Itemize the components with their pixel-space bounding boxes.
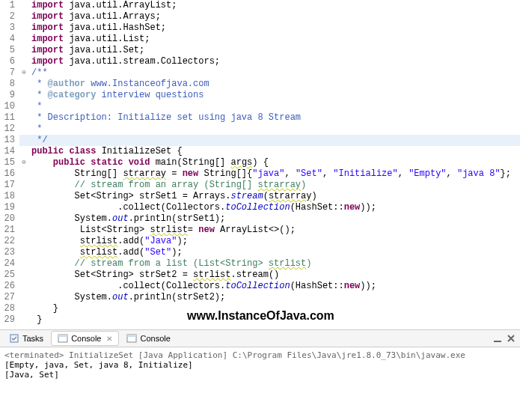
- code-content[interactable]: * Description: Initialize set using java…: [28, 112, 520, 124]
- code-content[interactable]: public class InitializeSet {: [28, 146, 520, 157]
- code-line[interactable]: 18 Set<String> strSet1 = Arrays.stream(s…: [0, 191, 520, 202]
- minimize-icon[interactable]: [492, 332, 504, 344]
- fold-icon: [19, 213, 28, 225]
- fold-icon: [19, 168, 28, 180]
- line-number: 5: [0, 45, 19, 56]
- fold-icon: [19, 11, 28, 22]
- code-line[interactable]: 25 Set<String> strSet2 = strlist.stream(…: [0, 270, 520, 281]
- code-line[interactable]: 14public class InitializeSet {: [0, 146, 520, 157]
- code-content[interactable]: Set<String> strSet2 = strlist.stream(): [28, 270, 520, 281]
- code-content[interactable]: import java.util.HashSet;: [28, 22, 520, 34]
- tab-tasks[interactable]: Tasks: [3, 332, 49, 345]
- console-line: [Java, Set]: [4, 370, 516, 380]
- line-number: 7: [0, 67, 19, 79]
- line-number: 20: [0, 213, 19, 225]
- code-content[interactable]: // stream from an array (String[] strarr…: [28, 180, 520, 191]
- line-number: 11: [0, 112, 19, 124]
- code-line[interactable]: 8 * @author www.Instanceofjava.com: [0, 79, 520, 90]
- fold-icon[interactable]: ⊖: [19, 157, 28, 168]
- fold-icon: [19, 135, 28, 146]
- code-line[interactable]: 1import java.util.ArrayList;: [0, 0, 520, 11]
- line-number: 22: [0, 236, 19, 247]
- fold-icon: [19, 292, 28, 303]
- line-number: 28: [0, 303, 19, 314]
- line-number: 27: [0, 292, 19, 303]
- close-icon[interactable]: ✕: [106, 335, 112, 343]
- line-number: 16: [0, 168, 19, 180]
- line-number: 14: [0, 146, 19, 157]
- code-content[interactable]: *: [28, 101, 520, 112]
- console-icon: [126, 333, 137, 344]
- code-line[interactable]: 27 System.out.println(strSet2);: [0, 292, 520, 303]
- line-number: 24: [0, 258, 19, 270]
- fold-icon: [19, 191, 28, 202]
- code-content[interactable]: import java.util.ArrayList;: [28, 0, 520, 11]
- fold-icon: [19, 281, 28, 292]
- tab-console-label: Console: [71, 334, 101, 343]
- code-line[interactable]: 9 * @category interview questions: [0, 90, 520, 101]
- code-content[interactable]: /**: [28, 67, 520, 79]
- code-line[interactable]: 20 System.out.println(strSet1);: [0, 213, 520, 225]
- code-content[interactable]: import java.util.Set;: [28, 45, 520, 56]
- code-editor[interactable]: 1import java.util.ArrayList;2import java…: [0, 0, 520, 329]
- line-number: 3: [0, 22, 19, 34]
- code-content[interactable]: Set<String> strSet1 = Arrays.stream(stra…: [28, 191, 520, 202]
- code-line[interactable]: 4import java.util.List;: [0, 34, 520, 45]
- code-content[interactable]: List<String> strlist= new ArrayList<>();: [28, 225, 520, 236]
- code-content[interactable]: *: [28, 124, 520, 135]
- code-content[interactable]: import java.util.Arrays;: [28, 11, 520, 22]
- code-content[interactable]: * @category interview questions: [28, 90, 520, 101]
- tab-console-2[interactable]: Console: [120, 332, 176, 345]
- code-line[interactable]: 19 .collect(Collectors.toCollection(Hash…: [0, 202, 520, 213]
- fold-icon: [19, 112, 28, 124]
- code-content[interactable]: // stream from a list (List<String> strl…: [28, 258, 520, 270]
- svg-rect-2: [58, 335, 67, 337]
- fold-icon: [19, 180, 28, 191]
- code-line[interactable]: 5import java.util.Set;: [0, 45, 520, 56]
- code-line[interactable]: 12 *: [0, 124, 520, 135]
- fold-icon: [19, 146, 28, 157]
- code-line[interactable]: 16 String[] strarray = new String[]{"jav…: [0, 168, 520, 180]
- fold-icon[interactable]: ⊖: [19, 67, 28, 79]
- fold-icon: [19, 22, 28, 34]
- code-line[interactable]: 21 List<String> strlist= new ArrayList<>…: [0, 225, 520, 236]
- console-line: [Empty, java, Set, java 8, Initialize]: [4, 360, 516, 370]
- code-content[interactable]: import java.util.List;: [28, 34, 520, 45]
- code-content[interactable]: */: [28, 135, 520, 146]
- code-content[interactable]: strlist.add("Java");: [28, 236, 520, 247]
- close-panel-icon[interactable]: [505, 332, 517, 344]
- svg-rect-4: [127, 335, 136, 337]
- code-content[interactable]: System.out.println(strSet1);: [28, 213, 520, 225]
- code-line[interactable]: 6import java.util.stream.Collectors;: [0, 56, 520, 67]
- code-content[interactable]: String[] strarray = new String[]{"java",…: [28, 168, 520, 180]
- code-line[interactable]: 3import java.util.HashSet;: [0, 22, 520, 34]
- code-line[interactable]: 23 strlist.add("Set");: [0, 247, 520, 258]
- code-line[interactable]: 7⊖/**: [0, 67, 520, 79]
- fold-icon: [19, 303, 28, 314]
- code-content[interactable]: .collect(Collectors.toCollection(HashSet…: [28, 202, 520, 213]
- code-line[interactable]: 24 // stream from a list (List<String> s…: [0, 258, 520, 270]
- code-line[interactable]: 2import java.util.Arrays;: [0, 11, 520, 22]
- watermark-text: www.InstanceOfJava.com: [187, 309, 334, 323]
- code-content[interactable]: public static void main(String[] args) {: [28, 157, 520, 168]
- code-line[interactable]: 22 strlist.add("Java");: [0, 236, 520, 247]
- code-content[interactable]: .collect(Collectors.toCollection(HashSet…: [28, 281, 520, 292]
- code-content[interactable]: * @author www.Instanceofjava.com: [28, 79, 520, 90]
- console-output[interactable]: <terminated> InitializeSet [Java Applica…: [0, 347, 520, 383]
- code-line[interactable]: 17 // stream from an array (String[] str…: [0, 180, 520, 191]
- line-number: 9: [0, 90, 19, 101]
- code-line[interactable]: 10 *: [0, 101, 520, 112]
- console-icon: [58, 333, 68, 344]
- code-content[interactable]: System.out.println(strSet2);: [28, 292, 520, 303]
- tab-tasks-label: Tasks: [22, 334, 43, 343]
- code-content[interactable]: import java.util.stream.Collectors;: [28, 56, 520, 67]
- fold-icon: [19, 236, 28, 247]
- tab-console-active[interactable]: Console ✕: [51, 331, 119, 346]
- code-line[interactable]: 11 * Description: Initialize set using j…: [0, 112, 520, 124]
- code-line[interactable]: 26 .collect(Collectors.toCollection(Hash…: [0, 281, 520, 292]
- line-number: 15: [0, 157, 19, 168]
- code-line[interactable]: 15⊖ public static void main(String[] arg…: [0, 157, 520, 168]
- line-number: 13: [0, 135, 19, 146]
- code-line[interactable]: 13 */: [0, 135, 520, 146]
- code-content[interactable]: strlist.add("Set");: [28, 247, 520, 258]
